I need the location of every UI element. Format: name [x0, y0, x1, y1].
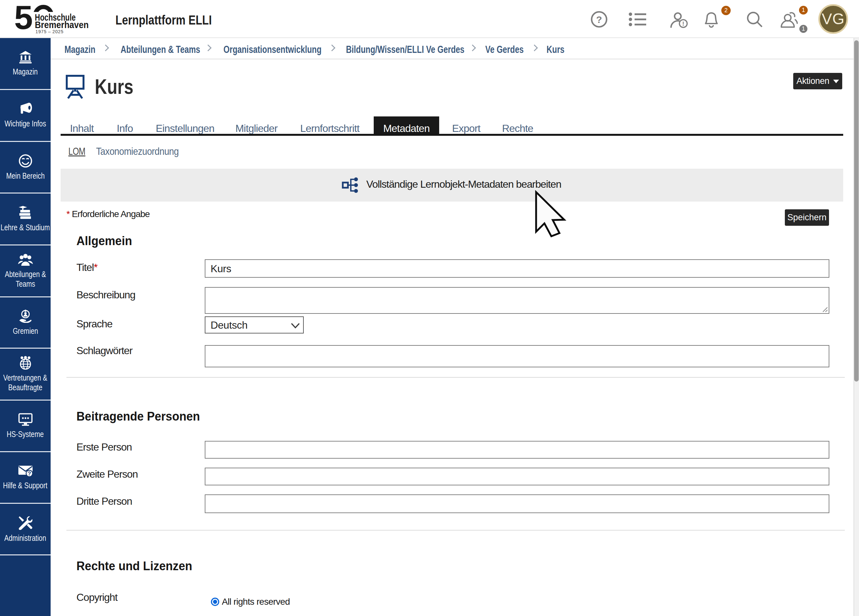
svg-text:?: ? [27, 471, 31, 477]
svg-text:!: ! [682, 20, 684, 27]
svg-text:?: ? [596, 14, 602, 25]
